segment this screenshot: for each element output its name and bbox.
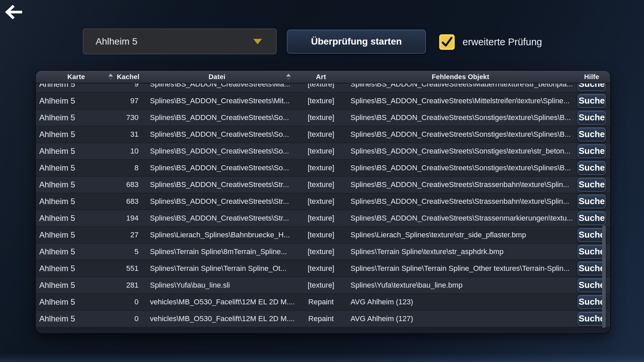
cell-kachel: 8 bbox=[116, 164, 140, 172]
cell-datei: vehicles\MB_O530_Facelift\12M EL 2D M...… bbox=[140, 314, 294, 323]
map-dropdown-value: Ahlheim 5 bbox=[96, 36, 138, 47]
cell-datei: Splines\Terrain Spline\8mTerrain_Spline.… bbox=[140, 247, 294, 256]
suche-button[interactable]: Suche bbox=[578, 261, 606, 276]
suche-button[interactable]: Suche bbox=[578, 144, 606, 158]
suche-button[interactable]: Suche bbox=[578, 278, 606, 292]
map-dropdown[interactable]: Ahlheim 5 bbox=[83, 28, 277, 54]
cell-kachel: 97 bbox=[116, 97, 140, 105]
cell-datei: Splines\BS_ADDON_CreativeStreets\So... bbox=[140, 164, 294, 172]
cell-art: [texture] bbox=[294, 113, 348, 122]
cell-kachel: 281 bbox=[116, 281, 140, 290]
column-label-datei: Datei bbox=[209, 73, 225, 80]
cell-karte: Ahlheim 5 bbox=[36, 214, 116, 223]
cell-hilfe: Suche bbox=[573, 111, 610, 125]
cell-datei: Splines\BS_ADDON_CreativeStreets\So... bbox=[140, 113, 294, 122]
suche-button[interactable]: Suche bbox=[578, 161, 606, 175]
table-row: Ahlheim 5 730 Splines\BS_ADDON_CreativeS… bbox=[36, 110, 610, 126]
vertical-scrollbar-thumb[interactable] bbox=[602, 225, 606, 328]
cell-karte: Ahlheim 5 bbox=[36, 247, 116, 256]
cell-datei: Splines\BS_ADDON_CreativeStreets\Str... bbox=[140, 180, 294, 189]
column-label-hilfe: Hilfe bbox=[584, 73, 599, 80]
suche-button[interactable]: Suche bbox=[578, 111, 606, 125]
cell-karte: Ahlheim 5 bbox=[36, 163, 116, 173]
cell-kachel: 0 bbox=[116, 298, 140, 306]
cell-karte: Ahlheim 5 bbox=[36, 83, 116, 89]
back-arrow-icon bbox=[4, 4, 23, 20]
table-row: Ahlheim 5 10 Splines\BS_ADDON_CreativeSt… bbox=[36, 143, 610, 159]
cell-kachel: 5 bbox=[116, 247, 140, 256]
table-row: Ahlheim 5 281 Splines\Yufa\bau_line.sli … bbox=[36, 277, 610, 293]
cell-art: [texture] bbox=[294, 197, 348, 206]
cell-kachel: 10 bbox=[116, 147, 140, 156]
cell-objekt: Splines\Lierach_Splines\texture\str_side… bbox=[348, 231, 573, 239]
cell-objekt: Splines\BS_ADDON_CreativeStreets\Sonstig… bbox=[348, 130, 573, 139]
cell-karte: Ahlheim 5 bbox=[36, 314, 116, 323]
table-row: Ahlheim 5 683 Splines\BS_ADDON_CreativeS… bbox=[36, 177, 610, 193]
checkmark-icon bbox=[439, 35, 454, 50]
table-row: Ahlheim 5 27 Splines\Lierach_Splines\Bah… bbox=[36, 227, 610, 243]
cell-datei: Splines\BS_ADDON_CreativeStreets\So... bbox=[140, 130, 294, 139]
suche-button[interactable]: Suche bbox=[578, 94, 606, 108]
extended-check-group: erweiterte Prüfung bbox=[439, 35, 542, 50]
column-label-karte: Karte bbox=[67, 73, 85, 80]
suche-button[interactable]: Suche bbox=[578, 312, 606, 326]
cell-datei: Splines\Yufa\bau_line.sli bbox=[140, 281, 294, 290]
cell-karte: Ahlheim 5 bbox=[36, 281, 116, 290]
suche-button[interactable]: Suche bbox=[578, 178, 606, 192]
suche-button[interactable]: Suche bbox=[578, 228, 606, 242]
cell-datei: Splines\BS_ADDON_CreativeStreets\Str... bbox=[140, 197, 294, 206]
cell-hilfe: Suche bbox=[573, 161, 610, 175]
back-button[interactable] bbox=[4, 4, 23, 20]
table-row: Ahlheim 5 194 Splines\BS_ADDON_CreativeS… bbox=[36, 210, 610, 226]
cell-art: [texture] bbox=[294, 83, 348, 88]
cell-kachel: 9 bbox=[116, 83, 140, 88]
column-label-fehlendes-objekt: Fehlendes Objekt bbox=[432, 73, 489, 80]
column-header-karte[interactable]: Karte bbox=[36, 73, 116, 81]
cell-art: [texture] bbox=[294, 264, 348, 273]
table-row: Ahlheim 5 551 Splines\Terrain Spline\Ter… bbox=[36, 260, 610, 277]
suche-button[interactable]: Suche bbox=[578, 211, 606, 225]
column-header-fehlendes-objekt[interactable]: Fehlendes Objekt bbox=[348, 73, 573, 81]
cell-hilfe: Suche bbox=[573, 127, 610, 141]
cell-karte: Ahlheim 5 bbox=[36, 146, 116, 156]
sort-icon-datei[interactable] bbox=[286, 74, 291, 80]
cell-kachel: 0 bbox=[116, 314, 140, 323]
suche-button[interactable]: Suche bbox=[578, 83, 606, 91]
column-header-art[interactable]: Art bbox=[294, 73, 348, 81]
table-body: Ahlheim 5 9 Splines\BS_ADDON_CreativeStr… bbox=[36, 83, 610, 333]
table-row: Ahlheim 5 683 Splines\BS_ADDON_CreativeS… bbox=[36, 193, 610, 209]
table-header: Karte Kachel Datei Art Fehlendes Objekt … bbox=[36, 71, 610, 83]
suche-button[interactable]: Suche bbox=[578, 245, 606, 259]
cell-art: Repaint bbox=[294, 298, 348, 306]
cell-art: [texture] bbox=[294, 147, 348, 156]
cell-objekt: Splines\BS_ADDON_CreativeStreets\Mauern\… bbox=[348, 83, 573, 88]
cell-hilfe: Suche bbox=[573, 194, 610, 208]
extended-check-checkbox[interactable] bbox=[439, 35, 454, 50]
cell-karte: Ahlheim 5 bbox=[36, 197, 116, 206]
column-header-hilfe[interactable]: Hilfe bbox=[573, 73, 610, 81]
column-header-datei[interactable]: Datei bbox=[140, 73, 294, 81]
cell-objekt: AVG Ahlheim (123) bbox=[348, 298, 573, 306]
table-row: Ahlheim 5 0 vehicles\MB_O530_Facelift\12… bbox=[36, 294, 610, 310]
cell-kachel: 730 bbox=[116, 113, 140, 122]
cell-objekt: Splines\BS_ADDON_CreativeStreets\Strasse… bbox=[348, 180, 573, 189]
suche-button[interactable]: Suche bbox=[578, 194, 606, 208]
suche-button[interactable]: Suche bbox=[578, 127, 606, 141]
cell-karte: Ahlheim 5 bbox=[36, 130, 116, 139]
sort-icon-karte[interactable] bbox=[108, 74, 113, 80]
suche-button[interactable]: Suche bbox=[578, 295, 606, 309]
table-row: Ahlheim 5 97 Splines\BS_ADDON_CreativeSt… bbox=[36, 93, 610, 109]
column-header-kachel[interactable]: Kachel bbox=[116, 73, 140, 81]
start-check-button[interactable]: Überprüfung starten bbox=[287, 29, 426, 54]
cell-objekt: Splines\BS_ADDON_CreativeStreets\Strasse… bbox=[348, 197, 573, 206]
cell-art: [texture] bbox=[294, 214, 348, 223]
cell-hilfe: Suche bbox=[573, 83, 610, 91]
cell-objekt: Splines\Yufa\texture\bau_line.bmp bbox=[348, 281, 573, 290]
cell-kachel: 551 bbox=[116, 264, 140, 273]
cell-karte: Ahlheim 5 bbox=[36, 264, 116, 273]
cell-objekt: Splines\BS_ADDON_CreativeStreets\Sonstig… bbox=[348, 164, 573, 172]
cell-objekt: Splines\BS_ADDON_CreativeStreets\Strasse… bbox=[348, 214, 573, 223]
table-row: Ahlheim 5 5 Splines\Terrain Spline\8mTer… bbox=[36, 244, 610, 260]
table-row: Ahlheim 5 8 Splines\BS_ADDON_CreativeStr… bbox=[36, 160, 610, 176]
cell-kachel: 683 bbox=[116, 197, 140, 206]
